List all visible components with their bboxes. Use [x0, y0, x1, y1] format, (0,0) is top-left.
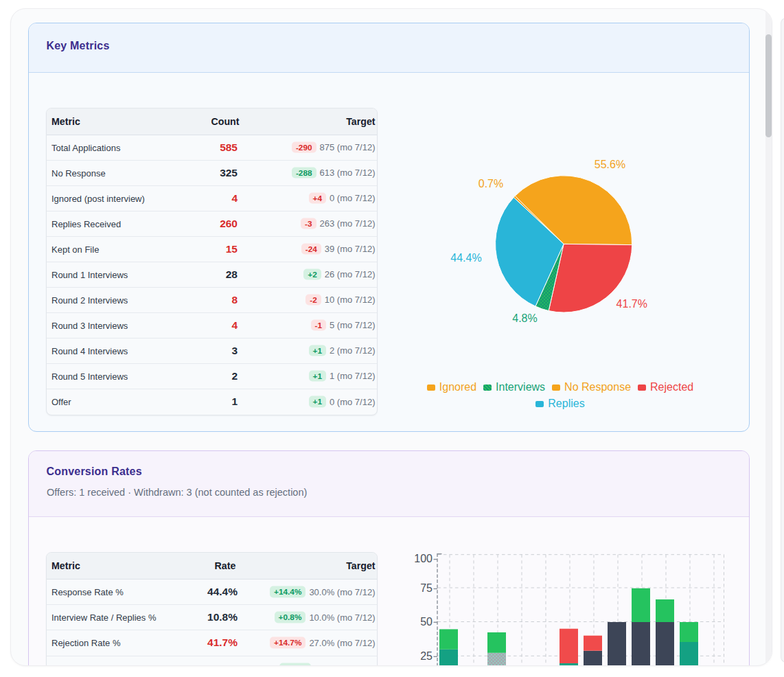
- svg-text:44.4%: 44.4%: [450, 251, 481, 263]
- svg-text:4.8%: 4.8%: [512, 312, 537, 324]
- svg-text:41.7%: 41.7%: [616, 297, 647, 309]
- svg-text:0.7%: 0.7%: [479, 178, 503, 190]
- svg-text:100: 100: [414, 553, 433, 564]
- svg-text:55.6%: 55.6%: [595, 159, 625, 170]
- svg-text:25: 25: [420, 650, 433, 662]
- svg-text:50: 50: [420, 615, 433, 627]
- svg-text:75: 75: [420, 582, 433, 594]
